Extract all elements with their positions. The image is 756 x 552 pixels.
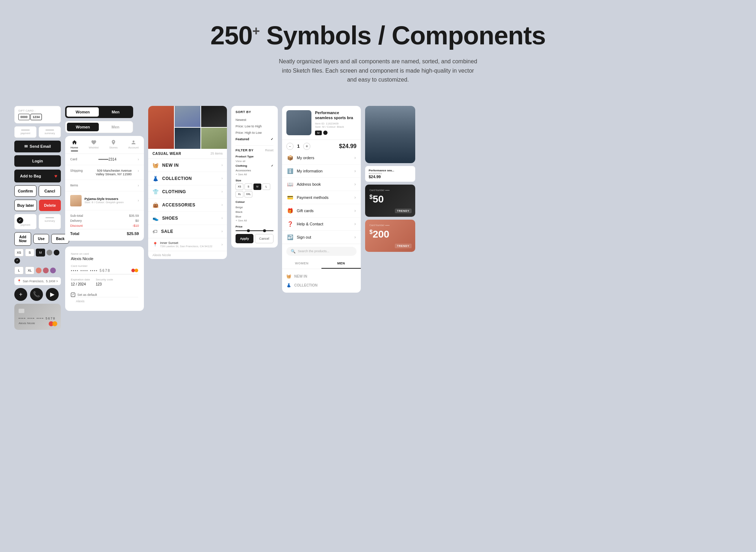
confirm-button[interactable]: Confirm <box>14 185 37 197</box>
women-tab[interactable]: WOMEN <box>282 259 321 269</box>
color-peach[interactable] <box>36 268 42 273</box>
panel-product-account: Performance seamless sports bra Item ID:… <box>282 106 361 293</box>
location-icon: 📍 <box>17 279 21 283</box>
heart-icon: ♥ <box>54 173 57 179</box>
see-all-colour[interactable]: + See All <box>236 219 273 222</box>
clothing-chevron: › <box>222 190 223 194</box>
filter-size-xl[interactable]: XL <box>236 191 243 197</box>
size-xs[interactable]: XS <box>14 249 24 257</box>
filter-size-m[interactable]: M <box>253 184 261 190</box>
partial-collection[interactable]: 👗 COLLECTION <box>286 281 357 290</box>
orders-label: My orders <box>297 156 314 160</box>
default-checkbox[interactable]: ✓ <box>71 293 75 297</box>
nav-account[interactable]: Account <box>128 140 139 151</box>
sort-low-high[interactable]: Price: Low to High <box>236 123 273 130</box>
nav-home[interactable]: Home <box>71 140 78 151</box>
colour-section: Colour Beige Black Blue + See All <box>236 200 273 222</box>
login-button[interactable]: Login <box>14 155 61 167</box>
cat-accessories[interactable]: 👜 ACCESSORIES › <box>148 199 227 212</box>
buy-later-button[interactable]: Buy later <box>14 200 37 211</box>
play-button[interactable]: ▶ <box>46 288 59 301</box>
size-m[interactable]: M <box>36 249 45 257</box>
partial-new-in[interactable]: 🧺 NEW IN <box>286 272 357 281</box>
tab-women[interactable]: Women <box>67 107 99 117</box>
sort-filter-panel: SORT BY Newest Price: Low to High Price:… <box>231 106 278 248</box>
qty-plus[interactable]: + <box>303 143 310 150</box>
phone-button[interactable]: 📞 <box>30 288 43 301</box>
info-label: My information <box>297 169 323 173</box>
chevron-items: › <box>138 184 139 187</box>
account-info[interactable]: ℹ️ My information › <box>282 165 361 178</box>
code-box-2[interactable]: 1234 <box>30 114 42 120</box>
filter-size-l[interactable]: L <box>262 184 270 190</box>
search-icon: 🔍 <box>291 249 296 254</box>
gc-num-2: Card Number ••••• <box>369 224 411 226</box>
tab-men[interactable]: Men <box>100 107 132 117</box>
cat-new-in[interactable]: 🧺 NEW IN › <box>148 159 227 172</box>
cat-collection[interactable]: 👗 COLLECTION › <box>148 172 227 185</box>
cancel-filter-button[interactable]: Cancel <box>255 234 273 243</box>
delete-button[interactable]: Delete <box>39 200 61 211</box>
gc-num-1: Card Number ••••• <box>369 189 411 191</box>
tab-women-2[interactable]: Women <box>67 123 99 131</box>
nav-wishlist[interactable]: Wishlist <box>89 140 99 151</box>
use-button[interactable]: Use <box>33 234 49 244</box>
mastercard-icon <box>131 269 138 272</box>
panel-buttons: GIFT CARD - 0000 1234 payment summary ✉ … <box>14 106 61 330</box>
add-now-button[interactable]: Add Now <box>14 232 31 246</box>
clothing-option[interactable]: Clothing ✓ <box>236 163 273 168</box>
sort-featured[interactable]: Featured ✓ <box>236 136 273 142</box>
size-l[interactable]: L <box>14 267 24 274</box>
sort-high-low[interactable]: Price: High to Low <box>236 130 273 136</box>
sort-newest[interactable]: Newest <box>236 117 273 123</box>
address-chevron: › <box>354 182 356 187</box>
view-all-link[interactable]: View all <box>236 160 273 163</box>
subtotal-row: Sub-total $35.59 <box>70 214 139 218</box>
colour-beige[interactable]: Beige <box>236 205 273 210</box>
order-detail-panel: Home Wishlist Stores Account Card <box>65 136 144 241</box>
plus-button[interactable]: + <box>14 288 27 301</box>
apply-button[interactable]: Apply <box>236 234 253 243</box>
reset-button[interactable]: Reset <box>265 148 273 152</box>
color-purple[interactable] <box>50 268 56 273</box>
size-s[interactable]: S <box>25 249 34 257</box>
filter-size-xxl[interactable]: XXL <box>244 191 252 197</box>
add-to-bag-button[interactable]: Add to Bag ♥ <box>14 170 61 182</box>
cat-sale[interactable]: 🏷 SALE › <box>148 225 227 238</box>
size-xl[interactable]: XL <box>25 267 34 274</box>
cancl-button[interactable]: Cancl <box>39 185 61 197</box>
color-check[interactable]: ✓ <box>14 258 20 264</box>
colour-black[interactable]: Black <box>236 210 273 214</box>
filter-size-xs[interactable]: XS <box>236 184 243 190</box>
quantity-control: - 1 + <box>286 143 310 150</box>
account-signout[interactable]: ↩️ Sign out › <box>282 231 361 244</box>
account-orders[interactable]: 📦 My orders › <box>282 151 361 165</box>
tab-men-2[interactable]: Men <box>100 123 131 131</box>
filter-size-s[interactable]: S <box>244 184 252 190</box>
accessories-label: ACCESSORIES <box>162 202 218 207</box>
cat-shoes[interactable]: 👟 SHOES › <box>148 212 227 225</box>
size-grid: XS S M L XL XXL <box>236 184 273 197</box>
account-address[interactable]: 📖 Address book › <box>282 178 361 191</box>
qty-minus[interactable]: - <box>286 143 294 150</box>
code-box-1[interactable]: 0000 <box>18 114 30 120</box>
colour-title: Colour <box>236 200 273 204</box>
cat-clothing[interactable]: 👕 CLOTHING › <box>148 185 227 199</box>
send-email-button[interactable]: ✉ Send Email <box>14 141 61 152</box>
accessories-option[interactable]: Accessories <box>236 168 273 173</box>
see-all-link[interactable]: + See All <box>236 173 273 176</box>
search-placeholder: Search the products... <box>298 249 329 253</box>
nav-stores[interactable]: Stores <box>109 140 117 151</box>
color-pink[interactable] <box>43 268 49 273</box>
color-black[interactable] <box>54 250 59 255</box>
price-handle-right[interactable] <box>263 229 266 232</box>
account-help[interactable]: ❓ Help & Contact › <box>282 218 361 231</box>
price-handle-left[interactable] <box>247 229 250 232</box>
color-grey[interactable] <box>47 250 52 255</box>
account-gifts[interactable]: 🎁 Gift cards › <box>282 204 361 218</box>
account-payment[interactable]: 💳 Payment methods › <box>282 191 361 204</box>
colour-blue[interactable]: Blue <box>236 214 273 219</box>
gallery-footer: CASUAL WEAR 25 items <box>148 149 227 159</box>
men-tab[interactable]: MEN <box>321 259 361 269</box>
search-bar[interactable]: 🔍 Search the products... <box>286 247 357 256</box>
